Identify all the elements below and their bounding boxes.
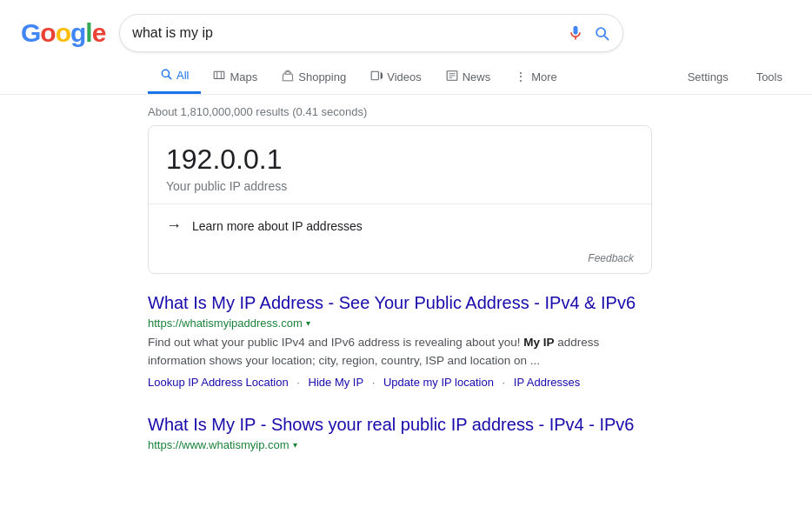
- result-snippet-1: Find out what your public IPv4 and IPv6 …: [148, 333, 652, 370]
- microphone-icon[interactable]: [567, 24, 584, 42]
- nav-settings[interactable]: Settings: [676, 62, 741, 92]
- results-stats: About 1,810,000,000 results (0.41 second…: [0, 95, 812, 125]
- nav-item-maps[interactable]: Maps: [201, 61, 270, 93]
- result-url-dropdown-2[interactable]: ▾: [293, 440, 297, 450]
- svg-rect-5: [371, 71, 378, 79]
- shopping-icon: [282, 70, 294, 84]
- ip-address-label: Your public IP address: [166, 179, 634, 193]
- result-title-1[interactable]: What Is My IP Address - See Your Public …: [148, 293, 636, 312]
- result-title-2[interactable]: What Is My IP - Shows your real public I…: [148, 415, 634, 434]
- nav-item-more[interactable]: ⋮ More: [503, 61, 569, 92]
- nav-label-news: News: [463, 70, 491, 83]
- videos-icon: [370, 70, 383, 84]
- tools-label: Tools: [756, 70, 782, 83]
- feedback-button[interactable]: Feedback: [149, 247, 651, 273]
- result-url-dropdown-1[interactable]: ▾: [306, 318, 310, 328]
- nav-item-all[interactable]: All: [148, 59, 201, 94]
- google-logo[interactable]: Google: [21, 18, 105, 48]
- result-url-row-2: https://www.whatismyip.com ▾: [148, 438, 652, 451]
- nav-label-shopping: Shopping: [298, 70, 346, 83]
- arrow-right-icon: →: [166, 217, 182, 235]
- search-result-1: What Is My IP Address - See Your Public …: [148, 291, 652, 389]
- ip-card-top: 192.0.0.1 Your public IP address: [149, 126, 651, 203]
- nav-label-maps: Maps: [230, 70, 257, 83]
- search-result-2: What Is My IP - Shows your real public I…: [148, 413, 652, 451]
- svg-rect-2: [215, 71, 225, 78]
- all-icon: [160, 68, 172, 83]
- nav-item-videos[interactable]: Videos: [358, 61, 434, 93]
- header: Google: [0, 0, 812, 52]
- sitelink-ipaddresses[interactable]: IP Addresses: [514, 376, 580, 389]
- maps-icon: [213, 70, 225, 84]
- news-icon: [446, 70, 458, 84]
- sitelink-hide[interactable]: Hide My IP: [309, 376, 364, 389]
- sitelink-lookup[interactable]: Lookup IP Address Location: [148, 376, 289, 389]
- svg-line-1: [169, 77, 171, 79]
- nav-label-more: More: [531, 70, 557, 83]
- ip-address-value: 192.0.0.1: [166, 143, 634, 176]
- nav-item-news[interactable]: News: [434, 61, 503, 93]
- ip-result-card: 192.0.0.1 Your public IP address → Learn…: [148, 125, 652, 274]
- svg-marker-6: [381, 71, 383, 79]
- settings-label: Settings: [688, 70, 729, 83]
- navigation-bar: All Maps Shopping Videos News ⋮ More Set…: [0, 56, 812, 95]
- result-url-2: https://www.whatismyip.com: [148, 438, 290, 451]
- more-dots-icon: ⋮: [515, 70, 527, 83]
- nav-label-all: All: [176, 69, 189, 82]
- learn-more-text: Learn more about IP addresses: [192, 219, 363, 233]
- search-submit-icon[interactable]: [593, 24, 610, 42]
- search-bar: [119, 14, 623, 52]
- result-sitelinks-1: Lookup IP Address Location · Hide My IP …: [148, 376, 652, 389]
- result-url-row-1: https://whatismyipaddress.com ▾: [148, 317, 652, 330]
- nav-right-section: Settings Tools: [676, 62, 812, 92]
- main-content: 192.0.0.1 Your public IP address → Learn…: [0, 125, 652, 451]
- sitelink-update[interactable]: Update my IP location: [383, 376, 494, 389]
- search-input[interactable]: [132, 25, 567, 41]
- nav-label-videos: Videos: [387, 70, 422, 83]
- nav-item-shopping[interactable]: Shopping: [270, 61, 358, 93]
- result-url-1: https://whatismyipaddress.com: [148, 317, 303, 330]
- learn-more-link[interactable]: → Learn more about IP addresses: [149, 204, 651, 247]
- nav-tools[interactable]: Tools: [744, 62, 795, 92]
